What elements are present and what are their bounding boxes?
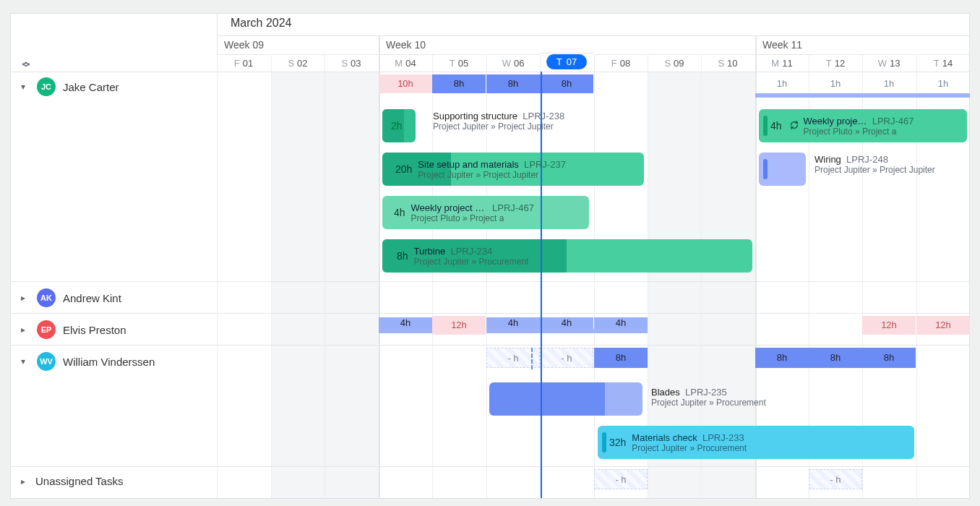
hours-cell[interactable]: 12h (432, 316, 486, 335)
col-line (594, 54, 595, 498)
row-separator (11, 281, 969, 282)
hours-cell[interactable]: 4h (540, 317, 593, 329)
month-label: March 2024 (222, 14, 292, 33)
task-bar[interactable]: 20h Site setup and materials LPRJ-237 Pr… (382, 153, 644, 186)
hours-cell[interactable]: 1h (916, 74, 970, 93)
hours-cell-empty[interactable]: - h (594, 469, 648, 489)
resource-row-unassigned[interactable]: ▸ Unassigned Tasks (11, 475, 217, 487)
resource-name: William Vinderssen (63, 356, 155, 368)
day-header[interactable]: W13 (862, 54, 916, 72)
hours-cell[interactable]: 8h (540, 74, 593, 93)
chevron-down-icon[interactable]: ▾ (15, 82, 31, 92)
hours-cell[interactable]: 1h (809, 74, 862, 93)
day-header-today[interactable]: T07 (540, 53, 593, 70)
today-line (541, 72, 542, 498)
day-header[interactable]: S10 (701, 54, 755, 72)
hours-partial-bar (755, 93, 970, 98)
day-header[interactable]: S02 (271, 54, 324, 72)
chevron-right-icon[interactable]: ▸ (15, 293, 31, 303)
task-label[interactable]: Supporting structure LPRJ-238 Project Ju… (433, 111, 564, 132)
hours-cell[interactable]: 4h (594, 317, 648, 329)
hours-cell[interactable]: 12h (862, 316, 916, 335)
chevron-right-icon[interactable]: ▸ (15, 476, 31, 486)
task-bar[interactable] (489, 382, 642, 416)
repeat-icon (789, 120, 799, 132)
hours-cell[interactable]: 8h (432, 74, 486, 93)
task-bar[interactable]: 32h Materials check LPRJ-233 Project Jup… (598, 426, 914, 459)
col-line (217, 54, 218, 498)
day-header[interactable]: S09 (648, 54, 701, 72)
collapse-all-icon[interactable] (21, 59, 31, 69)
hours-cell[interactable]: 8h (862, 348, 916, 368)
hours-cell[interactable]: 4h (486, 317, 540, 329)
hours-cell[interactable]: 8h (486, 74, 540, 93)
avatar: WV (37, 352, 56, 371)
hours-cell[interactable]: 8h (755, 348, 809, 368)
task-bar[interactable] (759, 153, 806, 186)
day-header[interactable]: T14 (916, 54, 970, 72)
week-label: Week 09 (217, 35, 379, 53)
task-label[interactable]: Wiring LPRJ-248 Project Jupiter » Projec… (814, 154, 935, 175)
day-header[interactable]: T05 (432, 54, 486, 72)
resource-row-william[interactable]: ▾ WV William Vinderssen (11, 351, 217, 372)
task-handle[interactable] (602, 432, 606, 453)
hours-cell-empty[interactable]: - h (809, 469, 862, 489)
day-header[interactable]: M11 (755, 54, 809, 72)
row-separator (11, 72, 969, 72)
hours-cell[interactable]: 8h (809, 348, 862, 368)
task-bar[interactable]: 2h (382, 109, 416, 142)
hours-cell-empty[interactable]: - h (540, 348, 593, 368)
avatar: EP (37, 320, 56, 339)
task-handle[interactable] (763, 159, 768, 179)
chevron-right-icon[interactable]: ▸ (15, 325, 31, 335)
col-line (271, 54, 272, 498)
task-handle[interactable] (763, 116, 768, 136)
week-label: Week 11 (755, 35, 969, 53)
col-line (324, 54, 325, 498)
resource-name: Jake Carter (63, 81, 119, 93)
hours-partial-bar (486, 329, 648, 333)
hours-cell[interactable]: 8h (594, 348, 648, 368)
hours-cell[interactable]: 1h (755, 74, 809, 93)
row-separator (11, 313, 969, 314)
task-handle[interactable] (387, 202, 391, 223)
unassigned-label: Unassigned Tasks (35, 475, 123, 487)
day-header[interactable]: T12 (809, 54, 862, 72)
avatar: AK (37, 288, 56, 307)
task-label[interactable]: Blades LPRJ-235 Project Jupiter » Procur… (651, 387, 766, 408)
col-line-week (379, 35, 380, 498)
task-bar[interactable]: 8h Turbine LPRJ-234 Project Jupiter » Pr… (382, 239, 752, 273)
task-bar[interactable]: 4h Weekly proje… LPRJ-467 Project Pluto … (759, 109, 967, 142)
hours-cell[interactable]: 1h (862, 74, 916, 93)
week-label: Week 10 (379, 35, 755, 53)
hours-cell[interactable]: 4h (379, 317, 432, 329)
day-header[interactable]: S03 (324, 54, 378, 72)
chevron-down-icon[interactable]: ▾ (15, 356, 31, 366)
resource-name: Elvis Preston (63, 324, 126, 336)
resource-row-andrew[interactable]: ▸ AK Andrew Kint (11, 287, 217, 309)
row-separator (11, 345, 969, 346)
avatar: JC (37, 77, 56, 96)
task-bar[interactable]: 4h Weekly project … LPRJ-467 Project Plu… (382, 196, 589, 229)
hours-cell[interactable]: 12h (916, 316, 970, 335)
row-separator (11, 466, 969, 467)
resource-row-elvis[interactable]: ▸ EP Elvis Preston (11, 319, 217, 340)
day-header[interactable]: F01 (217, 54, 270, 72)
day-header[interactable]: M04 (379, 54, 432, 72)
day-header[interactable]: F08 (594, 54, 648, 72)
today-line-dashed (531, 348, 533, 369)
day-header[interactable]: W06 (486, 54, 540, 72)
hours-cell[interactable]: 10h (379, 74, 432, 93)
resource-row-jake[interactable]: ▾ JC Jake Carter (11, 76, 217, 98)
resource-name: Andrew Kint (63, 292, 121, 304)
hours-partial-bar (379, 329, 432, 333)
scheduler-panel: March 2024 Week 09 Week 10 Week 11 F01 S… (10, 13, 970, 499)
